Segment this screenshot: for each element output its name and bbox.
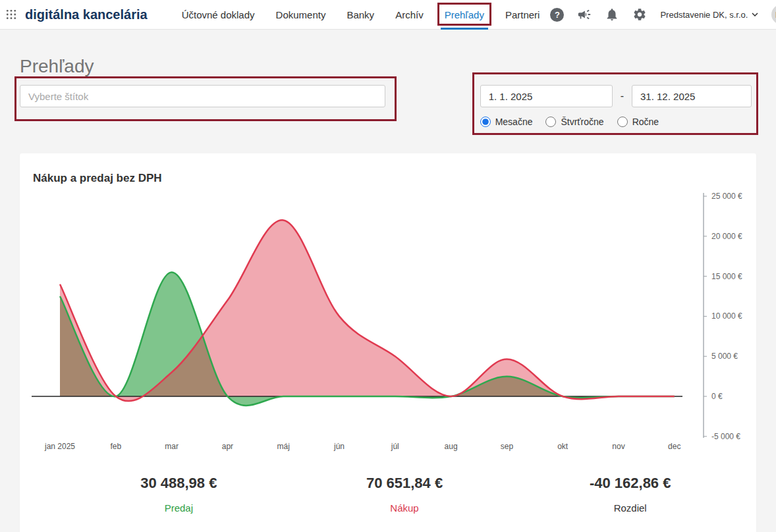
page-content: Prehľady - MesačneŠtvrťročneRočne Nákup … bbox=[0, 56, 776, 532]
total-value: 30 488,98 € bbox=[66, 475, 292, 492]
bell-icon[interactable] bbox=[605, 7, 619, 22]
radio-input-0[interactable] bbox=[480, 117, 491, 127]
total-nákup: 70 651,84 €Nákup bbox=[292, 475, 518, 514]
radio-option-2[interactable]: Ročne bbox=[617, 117, 659, 127]
nav-item-1[interactable]: Dokumenty bbox=[265, 0, 337, 30]
totals-row: 30 488,98 €Predaj70 651,84 €Nákup-40 162… bbox=[20, 475, 756, 514]
svg-text:10 000 €: 10 000 € bbox=[711, 311, 742, 321]
avatar[interactable]: DA bbox=[771, 5, 776, 24]
period-radio-group: MesačneŠtvrťročneRočne bbox=[480, 117, 752, 127]
nav-item-4[interactable]: Prehľady bbox=[434, 0, 495, 30]
gear-icon[interactable] bbox=[632, 7, 647, 22]
radio-option-0[interactable]: Mesačne bbox=[480, 117, 533, 127]
help-glyph: ? bbox=[555, 10, 560, 20]
radio-input-2[interactable] bbox=[617, 117, 628, 127]
tag-filter-input[interactable] bbox=[20, 85, 385, 107]
svg-text:dec: dec bbox=[668, 442, 680, 451]
page-title: Prehľady bbox=[20, 56, 756, 77]
main-nav: Účtovné dokladyDokumentyBankyArchívPrehľ… bbox=[171, 0, 551, 30]
radio-label: Ročne bbox=[632, 117, 659, 127]
radio-option-1[interactable]: Štvrťročne bbox=[545, 117, 603, 127]
svg-text:máj: máj bbox=[277, 442, 290, 451]
svg-text:nov: nov bbox=[612, 442, 624, 451]
date-to-input[interactable] bbox=[632, 85, 752, 107]
annotation-box-active-nav bbox=[437, 3, 491, 26]
radio-label: Štvrťročne bbox=[561, 117, 603, 127]
nav-item-2[interactable]: Banky bbox=[336, 0, 385, 30]
svg-text:mar: mar bbox=[165, 442, 179, 451]
total-value: 70 651,84 € bbox=[292, 475, 518, 492]
total-label: Nákup bbox=[292, 502, 518, 514]
svg-text:aug: aug bbox=[445, 442, 458, 451]
nav-item-0[interactable]: Účtovné doklady bbox=[171, 0, 265, 30]
company-switcher[interactable]: Predstavenie DK, s.r.o. bbox=[660, 10, 758, 20]
nav-item-5[interactable]: Partneri bbox=[495, 0, 551, 30]
filter-row: - MesačneŠtvrťročneRočne bbox=[20, 85, 756, 127]
svg-text:-5 000 €: -5 000 € bbox=[711, 432, 740, 441]
total-rozdiel: -40 162,86 €Rozdiel bbox=[517, 475, 743, 514]
date-from-input[interactable] bbox=[480, 85, 613, 107]
svg-text:sep: sep bbox=[501, 442, 514, 451]
radio-label: Mesačne bbox=[495, 117, 533, 127]
topbar-right: ? Predstavenie DK, s.r.o. DA bbox=[550, 5, 776, 24]
date-separator: - bbox=[621, 90, 624, 102]
date-range-row: - bbox=[480, 85, 752, 107]
app-logo[interactable]: digitálna kancelária bbox=[25, 7, 148, 22]
chart-svg: 25 000 €20 000 €15 000 €10 000 €5 000 €0… bbox=[20, 192, 756, 455]
radio-input-1[interactable] bbox=[545, 117, 556, 127]
total-label: Rozdiel bbox=[517, 502, 743, 514]
svg-text:0 €: 0 € bbox=[711, 392, 723, 401]
chart-card: Nákup a predaj bez DPH 25 000 €20 000 €1… bbox=[20, 153, 756, 532]
svg-text:15 000 €: 15 000 € bbox=[711, 272, 742, 281]
svg-text:25 000 €: 25 000 € bbox=[711, 192, 742, 201]
total-value: -40 162,86 € bbox=[517, 475, 743, 492]
svg-text:jan 2025: jan 2025 bbox=[44, 442, 75, 451]
company-name: Predstavenie DK, s.r.o. bbox=[660, 10, 748, 20]
svg-text:20 000 €: 20 000 € bbox=[711, 232, 742, 241]
svg-text:feb: feb bbox=[110, 442, 121, 451]
chevron-down-icon bbox=[752, 13, 758, 16]
nav-item-3[interactable]: Archív bbox=[385, 0, 434, 30]
total-predaj: 30 488,98 €Predaj bbox=[66, 475, 292, 514]
topbar: digitálna kancelária Účtovné dokladyDoku… bbox=[0, 0, 776, 30]
svg-text:5 000 €: 5 000 € bbox=[711, 352, 738, 361]
svg-text:júl: júl bbox=[391, 442, 399, 451]
svg-text:jún: jún bbox=[333, 442, 345, 451]
apps-grid-icon[interactable] bbox=[5, 5, 17, 24]
tag-filter-wrap bbox=[20, 85, 385, 107]
help-icon[interactable]: ? bbox=[550, 8, 564, 22]
total-label: Predaj bbox=[66, 502, 292, 514]
date-panel: - MesačneŠtvrťročneRočne bbox=[480, 85, 752, 127]
megaphone-icon[interactable] bbox=[577, 7, 592, 22]
chart-title: Nákup a predaj bez DPH bbox=[20, 153, 756, 185]
svg-text:okt: okt bbox=[557, 442, 568, 451]
svg-text:apr: apr bbox=[222, 442, 233, 451]
